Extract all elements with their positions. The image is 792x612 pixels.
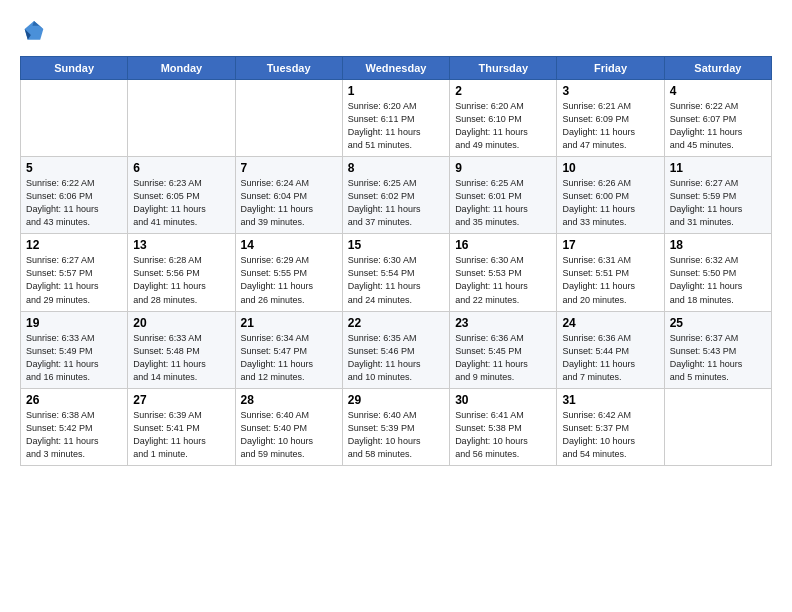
day-info: Sunrise: 6:30 AM Sunset: 5:53 PM Dayligh… [455, 254, 551, 306]
calendar-cell: 20Sunrise: 6:33 AM Sunset: 5:48 PM Dayli… [128, 311, 235, 388]
calendar-cell: 29Sunrise: 6:40 AM Sunset: 5:39 PM Dayli… [342, 388, 449, 465]
calendar-table: SundayMondayTuesdayWednesdayThursdayFrid… [20, 56, 772, 466]
day-number: 1 [348, 84, 444, 98]
page: SundayMondayTuesdayWednesdayThursdayFrid… [0, 0, 792, 612]
calendar-cell: 31Sunrise: 6:42 AM Sunset: 5:37 PM Dayli… [557, 388, 664, 465]
day-info: Sunrise: 6:24 AM Sunset: 6:04 PM Dayligh… [241, 177, 337, 229]
calendar-cell: 22Sunrise: 6:35 AM Sunset: 5:46 PM Dayli… [342, 311, 449, 388]
day-info: Sunrise: 6:31 AM Sunset: 5:51 PM Dayligh… [562, 254, 658, 306]
day-number: 11 [670, 161, 766, 175]
day-number: 8 [348, 161, 444, 175]
day-info: Sunrise: 6:35 AM Sunset: 5:46 PM Dayligh… [348, 332, 444, 384]
logo [20, 18, 52, 46]
day-number: 18 [670, 238, 766, 252]
calendar-cell [235, 80, 342, 157]
day-number: 29 [348, 393, 444, 407]
header [20, 18, 772, 46]
day-number: 20 [133, 316, 229, 330]
day-info: Sunrise: 6:22 AM Sunset: 6:06 PM Dayligh… [26, 177, 122, 229]
calendar-cell [664, 388, 771, 465]
day-info: Sunrise: 6:27 AM Sunset: 5:57 PM Dayligh… [26, 254, 122, 306]
calendar-cell: 17Sunrise: 6:31 AM Sunset: 5:51 PM Dayli… [557, 234, 664, 311]
weekday-header-wednesday: Wednesday [342, 57, 449, 80]
calendar-week-5: 26Sunrise: 6:38 AM Sunset: 5:42 PM Dayli… [21, 388, 772, 465]
calendar-cell: 25Sunrise: 6:37 AM Sunset: 5:43 PM Dayli… [664, 311, 771, 388]
day-info: Sunrise: 6:20 AM Sunset: 6:10 PM Dayligh… [455, 100, 551, 152]
calendar-cell: 18Sunrise: 6:32 AM Sunset: 5:50 PM Dayli… [664, 234, 771, 311]
calendar-cell: 27Sunrise: 6:39 AM Sunset: 5:41 PM Dayli… [128, 388, 235, 465]
day-info: Sunrise: 6:32 AM Sunset: 5:50 PM Dayligh… [670, 254, 766, 306]
calendar-cell: 12Sunrise: 6:27 AM Sunset: 5:57 PM Dayli… [21, 234, 128, 311]
day-info: Sunrise: 6:27 AM Sunset: 5:59 PM Dayligh… [670, 177, 766, 229]
day-number: 12 [26, 238, 122, 252]
calendar-cell: 11Sunrise: 6:27 AM Sunset: 5:59 PM Dayli… [664, 157, 771, 234]
day-info: Sunrise: 6:34 AM Sunset: 5:47 PM Dayligh… [241, 332, 337, 384]
day-info: Sunrise: 6:20 AM Sunset: 6:11 PM Dayligh… [348, 100, 444, 152]
day-info: Sunrise: 6:41 AM Sunset: 5:38 PM Dayligh… [455, 409, 551, 461]
day-info: Sunrise: 6:36 AM Sunset: 5:44 PM Dayligh… [562, 332, 658, 384]
day-number: 3 [562, 84, 658, 98]
day-info: Sunrise: 6:25 AM Sunset: 6:02 PM Dayligh… [348, 177, 444, 229]
calendar-cell: 15Sunrise: 6:30 AM Sunset: 5:54 PM Dayli… [342, 234, 449, 311]
day-info: Sunrise: 6:40 AM Sunset: 5:40 PM Dayligh… [241, 409, 337, 461]
day-number: 10 [562, 161, 658, 175]
calendar-cell: 3Sunrise: 6:21 AM Sunset: 6:09 PM Daylig… [557, 80, 664, 157]
calendar-cell [128, 80, 235, 157]
day-info: Sunrise: 6:29 AM Sunset: 5:55 PM Dayligh… [241, 254, 337, 306]
weekday-header-friday: Friday [557, 57, 664, 80]
day-number: 22 [348, 316, 444, 330]
calendar-cell: 16Sunrise: 6:30 AM Sunset: 5:53 PM Dayli… [450, 234, 557, 311]
day-info: Sunrise: 6:30 AM Sunset: 5:54 PM Dayligh… [348, 254, 444, 306]
day-number: 15 [348, 238, 444, 252]
weekday-header-monday: Monday [128, 57, 235, 80]
calendar-cell: 7Sunrise: 6:24 AM Sunset: 6:04 PM Daylig… [235, 157, 342, 234]
day-number: 4 [670, 84, 766, 98]
calendar-cell: 4Sunrise: 6:22 AM Sunset: 6:07 PM Daylig… [664, 80, 771, 157]
weekday-header-sunday: Sunday [21, 57, 128, 80]
day-number: 9 [455, 161, 551, 175]
calendar-cell: 13Sunrise: 6:28 AM Sunset: 5:56 PM Dayli… [128, 234, 235, 311]
calendar-header-row: SundayMondayTuesdayWednesdayThursdayFrid… [21, 57, 772, 80]
day-number: 5 [26, 161, 122, 175]
weekday-header-tuesday: Tuesday [235, 57, 342, 80]
calendar-cell: 21Sunrise: 6:34 AM Sunset: 5:47 PM Dayli… [235, 311, 342, 388]
calendar-cell: 9Sunrise: 6:25 AM Sunset: 6:01 PM Daylig… [450, 157, 557, 234]
day-info: Sunrise: 6:28 AM Sunset: 5:56 PM Dayligh… [133, 254, 229, 306]
day-info: Sunrise: 6:42 AM Sunset: 5:37 PM Dayligh… [562, 409, 658, 461]
day-number: 16 [455, 238, 551, 252]
day-info: Sunrise: 6:40 AM Sunset: 5:39 PM Dayligh… [348, 409, 444, 461]
day-number: 2 [455, 84, 551, 98]
day-number: 19 [26, 316, 122, 330]
day-number: 30 [455, 393, 551, 407]
day-number: 24 [562, 316, 658, 330]
day-info: Sunrise: 6:23 AM Sunset: 6:05 PM Dayligh… [133, 177, 229, 229]
day-number: 25 [670, 316, 766, 330]
day-number: 23 [455, 316, 551, 330]
day-number: 7 [241, 161, 337, 175]
day-info: Sunrise: 6:33 AM Sunset: 5:48 PM Dayligh… [133, 332, 229, 384]
day-info: Sunrise: 6:36 AM Sunset: 5:45 PM Dayligh… [455, 332, 551, 384]
day-info: Sunrise: 6:39 AM Sunset: 5:41 PM Dayligh… [133, 409, 229, 461]
calendar-cell: 23Sunrise: 6:36 AM Sunset: 5:45 PM Dayli… [450, 311, 557, 388]
day-info: Sunrise: 6:21 AM Sunset: 6:09 PM Dayligh… [562, 100, 658, 152]
day-info: Sunrise: 6:37 AM Sunset: 5:43 PM Dayligh… [670, 332, 766, 384]
calendar-week-4: 19Sunrise: 6:33 AM Sunset: 5:49 PM Dayli… [21, 311, 772, 388]
day-number: 26 [26, 393, 122, 407]
calendar-cell: 6Sunrise: 6:23 AM Sunset: 6:05 PM Daylig… [128, 157, 235, 234]
calendar-week-3: 12Sunrise: 6:27 AM Sunset: 5:57 PM Dayli… [21, 234, 772, 311]
calendar-cell: 19Sunrise: 6:33 AM Sunset: 5:49 PM Dayli… [21, 311, 128, 388]
calendar-cell: 28Sunrise: 6:40 AM Sunset: 5:40 PM Dayli… [235, 388, 342, 465]
day-number: 28 [241, 393, 337, 407]
day-number: 31 [562, 393, 658, 407]
day-info: Sunrise: 6:38 AM Sunset: 5:42 PM Dayligh… [26, 409, 122, 461]
day-info: Sunrise: 6:33 AM Sunset: 5:49 PM Dayligh… [26, 332, 122, 384]
weekday-header-saturday: Saturday [664, 57, 771, 80]
calendar-cell: 26Sunrise: 6:38 AM Sunset: 5:42 PM Dayli… [21, 388, 128, 465]
day-info: Sunrise: 6:22 AM Sunset: 6:07 PM Dayligh… [670, 100, 766, 152]
calendar-cell: 5Sunrise: 6:22 AM Sunset: 6:06 PM Daylig… [21, 157, 128, 234]
calendar-cell: 30Sunrise: 6:41 AM Sunset: 5:38 PM Dayli… [450, 388, 557, 465]
day-number: 17 [562, 238, 658, 252]
calendar-cell: 8Sunrise: 6:25 AM Sunset: 6:02 PM Daylig… [342, 157, 449, 234]
calendar-cell: 1Sunrise: 6:20 AM Sunset: 6:11 PM Daylig… [342, 80, 449, 157]
day-info: Sunrise: 6:25 AM Sunset: 6:01 PM Dayligh… [455, 177, 551, 229]
